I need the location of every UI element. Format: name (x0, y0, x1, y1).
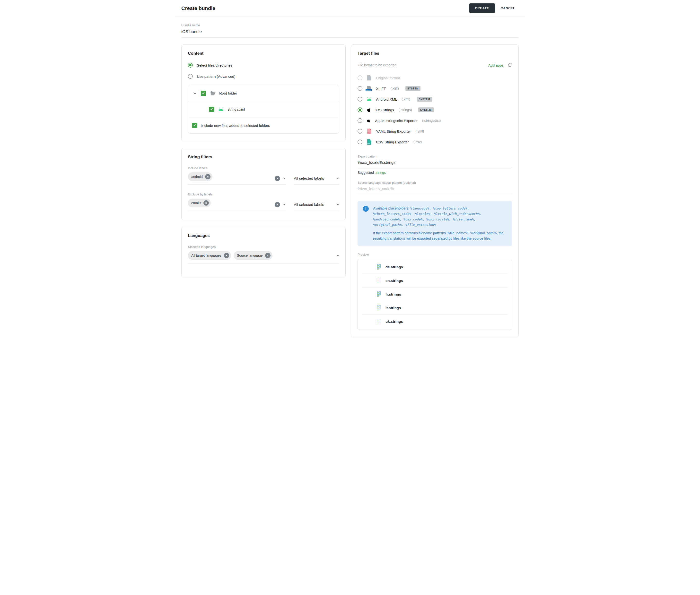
page-title: Create bundle (181, 5, 215, 11)
add-apps-link[interactable]: Add apps (488, 63, 504, 67)
radio-unselected-icon[interactable] (358, 140, 362, 144)
clear-all-icon[interactable]: ✕ (275, 202, 280, 207)
add-apps-wrap: Add apps (488, 63, 512, 67)
strings-xml-label: strings.xml (227, 107, 245, 111)
radio-selected-icon[interactable] (188, 63, 193, 67)
format-name: CSV String Exporter (376, 140, 409, 144)
exclude-labels-mode-value: All selected labels (294, 202, 324, 207)
placeholder-token: %language% (410, 206, 433, 210)
include-labels-field[interactable]: android ✕ ✕ (188, 172, 286, 185)
chevron-down-icon[interactable] (283, 178, 286, 179)
right-column: Target files File format to be exported … (351, 45, 519, 337)
chevron-down-icon[interactable] (337, 204, 339, 205)
main-columns: Content Select files/directories Use pat… (175, 38, 525, 344)
format-row-csv[interactable]: CSV CSV String Exporter (.csv) (358, 137, 512, 147)
radio-selected-icon[interactable] (358, 107, 362, 112)
preview-file-name: uk.strings (386, 319, 403, 323)
radio-unselected-icon[interactable] (358, 118, 362, 123)
include-field-controls: ✕ (272, 176, 286, 181)
info-note: If the export pattern contains filename … (373, 230, 507, 242)
selected-languages-field[interactable]: All target languages ✕ Source language ✕ (188, 251, 339, 263)
include-new-files-row[interactable]: ✓ Include new files added to selected fo… (188, 117, 339, 134)
radio-unselected-icon[interactable] (358, 97, 362, 102)
radio-select-files[interactable]: Select files/directories (188, 63, 339, 67)
export-pattern-label: Export pattern (358, 154, 512, 158)
chip-remove-icon[interactable]: ✕ (265, 253, 271, 258)
radio-unselected-icon[interactable] (358, 129, 362, 134)
file-format-label: File format to be exported (358, 63, 396, 67)
root-folder-checkbox[interactable]: ✓ (201, 91, 206, 96)
strings-xml-checkbox[interactable]: ✓ (209, 107, 214, 112)
preview-row: de.strings (362, 260, 508, 274)
radio-use-pattern-label: Use pattern (Advanced) (197, 74, 235, 79)
format-ext: (.yml) (415, 129, 424, 133)
radio-use-pattern[interactable]: Use pattern (Advanced) (188, 74, 339, 79)
include-new-files-checkbox[interactable]: ✓ (192, 123, 197, 128)
bundle-name-input[interactable] (181, 28, 519, 38)
chip-text: All target languages (191, 254, 221, 257)
placeholder-token: %three_letters_code% (373, 212, 415, 216)
info-content: Available placeholders: %language% %two_… (373, 206, 507, 242)
format-name: Original format (376, 76, 400, 80)
suggested-line: Suggested .strings (358, 171, 512, 174)
chevron-down-icon[interactable] (283, 204, 286, 205)
chevron-down-icon[interactable] (337, 178, 339, 179)
placeholder-token: %locale_with_underscore% (434, 212, 481, 216)
tree-row-strings-xml[interactable]: ✓ strings.xml (188, 101, 339, 117)
csv-label: CSV (367, 143, 370, 144)
radio-select-files-label: Select files/directories (197, 63, 232, 67)
chevron-down-icon[interactable] (337, 255, 339, 256)
format-name: Android XML (376, 97, 397, 101)
file-icon (366, 75, 372, 81)
format-name: XLIFF (376, 87, 386, 91)
radio-unselected-icon[interactable] (358, 86, 362, 91)
refresh-icon[interactable] (507, 63, 512, 67)
clear-all-icon[interactable]: ✕ (275, 176, 280, 181)
top-bar: Create bundle CREATE CANCEL (175, 0, 525, 17)
languages-title: Languages (188, 233, 339, 238)
radio-unselected-icon[interactable] (188, 74, 193, 79)
preview-row: it.strings (362, 301, 508, 315)
export-pattern-input[interactable] (358, 159, 512, 168)
exclude-labels-field[interactable]: emails ✕ ✕ (188, 199, 286, 211)
chip-remove-icon[interactable]: ✕ (205, 174, 211, 179)
source-pattern-block: Source language export pattern (optional… (358, 181, 512, 194)
preview-row: en.strings (362, 274, 508, 287)
exclude-labels-mode-select[interactable]: All selected labels (294, 202, 339, 211)
include-labels-row: android ✕ ✕ All selected labels (188, 172, 339, 185)
include-labels-mode-select[interactable]: All selected labels (294, 176, 339, 185)
source-pattern-input[interactable] (358, 186, 512, 194)
placeholder-token: %osx_locale% (426, 218, 453, 221)
selected-languages-chips: All target languages ✕ Source language ✕ (188, 251, 337, 260)
chip-remove-icon[interactable]: ✕ (224, 253, 229, 258)
format-row-xliff[interactable]: XLIFF XLIFF (.xliff) SYSTEM (358, 83, 512, 94)
cancel-button[interactable]: CANCEL (497, 3, 519, 13)
exclude-labels-chips: emails ✕ (188, 199, 272, 207)
chevron-down-icon[interactable] (193, 91, 197, 95)
target-files-card: Target files File format to be exported … (351, 45, 519, 337)
placeholder-token: %android_code% (373, 218, 403, 221)
exclude-labels-label: Exclude by labels (188, 193, 339, 196)
format-name: Apple .stringsdict Exporter (375, 119, 418, 123)
format-ext: (.xliff) (391, 87, 399, 90)
format-row-ios-strings[interactable]: iOS Strings (.strings) SYSTEM (358, 105, 512, 115)
tree-row-root-folder[interactable]: ✓ Root folder (188, 85, 339, 101)
suggested-value[interactable]: .strings (375, 171, 386, 174)
chip-remove-icon[interactable]: ✕ (203, 200, 209, 206)
language-chip: All target languages ✕ (188, 251, 231, 260)
radio-unselected-icon[interactable] (358, 75, 362, 80)
apple-stringsdict-icon (366, 118, 371, 123)
label-chip: android ✕ (188, 172, 213, 181)
format-header: File format to be exported Add apps (358, 63, 512, 67)
format-row-yaml[interactable]: YML YAML String Exporter (.yml) (358, 126, 512, 137)
create-button[interactable]: CREATE (469, 3, 495, 13)
bundle-name-field: Bundle name (181, 23, 519, 38)
placeholder-token: %locale% (415, 212, 434, 216)
format-row-stringsdict[interactable]: Apple .stringsdict Exporter (.stringsdic… (358, 115, 512, 126)
format-row-android-xml[interactable]: Android XML (.xml) SYSTEM (358, 94, 512, 105)
target-files-title: Target files (358, 51, 512, 56)
strings-file-icon (377, 278, 382, 283)
suggested-label: Suggested (358, 171, 374, 174)
format-row-original[interactable]: Original format (358, 73, 512, 83)
include-labels-label: Include labels (188, 166, 339, 170)
